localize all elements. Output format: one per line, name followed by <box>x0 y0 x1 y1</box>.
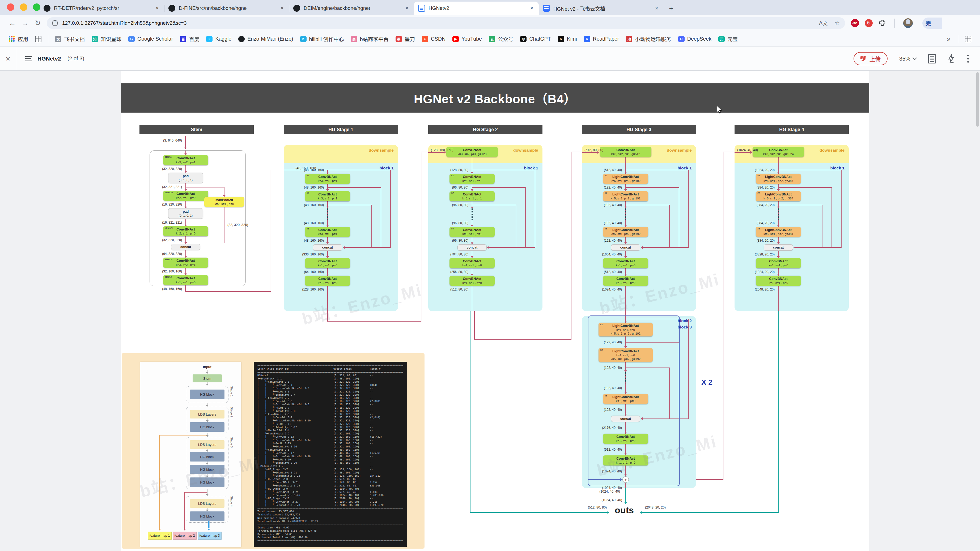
lightconvbnact-node: #6LightConvBNActk=5, s=1, p=2 , g=192 <box>603 227 648 237</box>
pad-node: pad(0, 1, 0, 1) <box>168 173 203 183</box>
converter-extension-icon[interactable]: ↻ <box>865 19 873 27</box>
forward-button[interactable]: → <box>19 19 31 27</box>
flow-hgblock-node: HG block <box>190 389 224 399</box>
bookmark-item[interactable]: 文飞书文档 <box>55 35 85 43</box>
flow-lds-node: LDS Layers <box>190 410 224 419</box>
bookmark-item[interactable]: kKaggle <box>206 36 231 42</box>
bookmark-label: b站商家平台 <box>360 35 389 43</box>
site-info-icon[interactable]: i <box>52 20 58 26</box>
tensor-dim-label: (128, 160, 160) <box>431 148 453 152</box>
repeat-dots <box>471 208 473 220</box>
reload-button[interactable]: ↻ <box>31 19 44 27</box>
apps-shortcut[interactable]: 应用 <box>9 35 28 43</box>
flow-lds-node: LDS Layers <box>190 499 224 508</box>
repeat-dots <box>625 372 626 383</box>
tab-title: HGNetv2 <box>428 5 527 11</box>
document-canvas: HGNet v2 Backbone（B4） outs X 2 InputStem… <box>0 71 980 551</box>
profile-avatar[interactable] <box>903 18 913 28</box>
zhishixingqiu-icon: 知 <box>92 36 98 42</box>
translate-icon[interactable]: A文 <box>819 20 827 27</box>
bookmarks-overflow-button[interactable]: » <box>943 35 955 43</box>
tensor-dim-label: (1024, 40, 40) <box>592 498 622 502</box>
close-viewer-button[interactable]: × <box>0 54 16 63</box>
close-tab-icon[interactable]: × <box>529 5 535 12</box>
bookmark-item[interactable]: 动小动物运输服务 <box>626 35 671 43</box>
close-tab-icon[interactable]: × <box>654 5 659 12</box>
tab-groups-icon[interactable] <box>35 36 41 42</box>
bookmark-item[interactable]: 百百度 <box>180 35 199 43</box>
convbnact-node: #6ConvBNActk=3, s=1 , p=1 <box>305 227 350 237</box>
bookmark-item[interactable]: 商b站商家平台 <box>351 35 389 43</box>
menu-hamburger-icon[interactable] <box>25 56 32 61</box>
window-controls[interactable] <box>7 3 40 11</box>
close-tab-icon[interactable]: × <box>404 5 410 12</box>
bookmark-item[interactable]: 公公众号 <box>489 35 514 43</box>
feishu-docs-icon: 文 <box>55 36 61 42</box>
lightning-icon[interactable] <box>948 54 956 64</box>
close-window-button[interactable] <box>7 3 14 11</box>
bookmark-item[interactable]: KKimi <box>558 36 577 42</box>
bookmark-label: 公众号 <box>498 35 514 43</box>
repeat-dots <box>778 208 779 220</box>
browser-tab[interactable]: DEIM/engine/backbone/hgnet× <box>289 2 414 15</box>
downsample-label: downsample <box>369 148 394 153</box>
tensor-dim-label: (384, 20, 20) <box>757 239 775 243</box>
bookmark-item[interactable]: ◎ChatGPT <box>520 36 551 42</box>
concat-node: concat <box>457 244 487 251</box>
bookmark-item[interactable]: 知知识星球 <box>92 35 121 43</box>
tensor-dim-label: (1664, 40, 40) <box>602 252 622 256</box>
close-tab-icon[interactable]: × <box>279 5 285 12</box>
stem-block: stem1ConvBNActk=3, s=2 , p=1(32, 320, 32… <box>150 150 246 286</box>
bookmark-item[interactable]: DDeepSeek <box>678 36 711 42</box>
bookmark-item[interactable]: ▶YouTube <box>452 36 482 42</box>
outline-panel-icon[interactable] <box>928 54 936 64</box>
tensor-dim-label: (1024, 20, 20) <box>755 168 775 172</box>
extensions-puzzle-icon[interactable] <box>878 19 886 27</box>
bookmark-star-icon[interactable]: ☆ <box>834 20 840 27</box>
minimize-window-button[interactable] <box>20 3 27 11</box>
chatgpt-icon: ◎ <box>520 36 527 42</box>
vertical-scrollbar-thumb[interactable] <box>976 72 979 127</box>
kebab-menu-icon[interactable] <box>967 55 969 63</box>
bookmark-label: 小动物运输服务 <box>635 35 671 43</box>
github-favicon <box>293 5 300 12</box>
tensor-dim-label: (192, 40, 40) <box>604 386 622 390</box>
new-tab-button[interactable]: + <box>666 3 676 14</box>
browser-tab[interactable]: D-FINE/src/nn/backbone/hgne× <box>164 2 289 15</box>
bookmark-item[interactable]: GGoogle Scholar <box>128 36 173 42</box>
upload-button[interactable]: 上传 <box>854 52 888 65</box>
browser-tab[interactable]: HGNet v2 - 飞书云文档× <box>539 2 663 15</box>
github-favicon <box>169 5 175 12</box>
close-tab-icon[interactable]: × <box>154 5 160 12</box>
chevron-down-icon <box>913 56 917 60</box>
bookmark-item[interactable]: bbilibili 创作中心 <box>300 35 344 43</box>
bookmark-item[interactable]: RReadPaper <box>584 36 619 42</box>
address-bar[interactable]: i 127.0.0.1:32767/start.html?id=2lvh59&p… <box>47 17 845 29</box>
tensor-dim-label: (1024, 40, 40) <box>590 490 620 493</box>
mouse-cursor <box>716 105 723 114</box>
tensor-dim-label: (336, 160, 160) <box>302 252 324 256</box>
tensor-dim-label: (192, 40, 40) <box>604 186 622 189</box>
convbnact-node: ConvBNActk=1, s=1 , p=0 <box>450 258 495 268</box>
convbnact-node: ConvBNActk=1, s=1 , p=0 <box>603 258 648 268</box>
bookmark-label: 知识星球 <box>101 35 121 43</box>
browser-tab[interactable]: HGNetv2× <box>414 2 539 15</box>
bookmark-item[interactable]: 元元宝 <box>718 35 738 43</box>
bookmark-item[interactable]: Enzo-MiMan (Enzo) <box>238 36 293 42</box>
profile-chip[interactable]: 完 <box>922 17 942 29</box>
url-text[interactable]: 127.0.0.1:32767/start.html?id=2lvh59&p=h… <box>62 20 186 26</box>
zoom-control[interactable]: 35% <box>899 56 916 62</box>
tensor-dim-label: (2176, 40, 40) <box>602 426 622 430</box>
tensor-dim-label: (1024, 40, 40) <box>737 148 758 152</box>
reading-list-icon[interactable] <box>965 36 971 42</box>
bookmark-item[interactable]: CCSDN <box>422 36 445 42</box>
back-button[interactable]: ← <box>6 19 19 27</box>
tensor-dim-label: (1024, 20, 20) <box>755 270 775 274</box>
doc-favicon <box>418 5 425 12</box>
tensor-dim-label: (48, 160, 160) <box>162 287 182 291</box>
bookmark-item[interactable]: 墨墨刀 <box>396 35 415 43</box>
github-favicon <box>44 5 51 12</box>
tensor-dim-label: (512, 40, 40) <box>604 168 622 172</box>
browser-tab[interactable]: RT-DETR/rtdetrv2_pytorch/sr× <box>39 2 164 15</box>
adblock-extension-icon[interactable]: ABP <box>851 19 859 27</box>
